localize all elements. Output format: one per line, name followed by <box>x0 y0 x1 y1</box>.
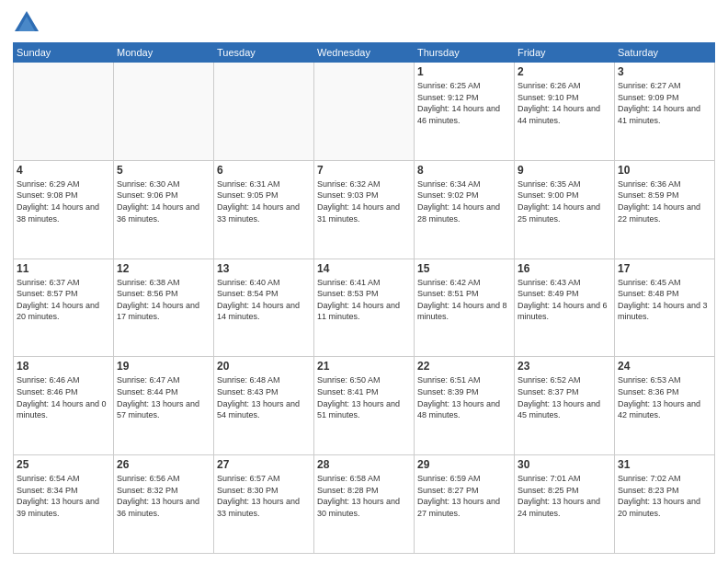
day-info: Sunrise: 6:34 AM Sunset: 9:02 PM Dayligh… <box>417 178 511 224</box>
day-info: Sunrise: 6:35 AM Sunset: 9:00 PM Dayligh… <box>518 178 611 224</box>
calendar-day-cell <box>14 63 114 161</box>
calendar-day-cell: 23Sunrise: 6:52 AM Sunset: 8:37 PM Dayli… <box>515 357 615 455</box>
calendar-day-cell: 20Sunrise: 6:48 AM Sunset: 8:43 PM Dayli… <box>214 357 314 455</box>
day-number: 30 <box>518 458 611 471</box>
calendar-day-cell: 7Sunrise: 6:32 AM Sunset: 9:03 PM Daylig… <box>314 160 415 259</box>
calendar-week-row: 25Sunrise: 6:54 AM Sunset: 8:34 PM Dayli… <box>14 455 715 554</box>
day-number: 26 <box>117 458 210 471</box>
calendar-day-cell: 2Sunrise: 6:26 AM Sunset: 9:10 PM Daylig… <box>515 63 615 161</box>
calendar-header-row: SundayMondayTuesdayWednesdayThursdayFrid… <box>14 43 715 63</box>
day-number: 27 <box>217 458 311 471</box>
day-number: 11 <box>17 262 110 275</box>
day-number: 18 <box>17 360 110 373</box>
calendar-header-monday: Monday <box>114 43 214 63</box>
calendar-day-cell: 13Sunrise: 6:40 AM Sunset: 8:54 PM Dayli… <box>214 259 314 357</box>
day-info: Sunrise: 6:27 AM Sunset: 9:09 PM Dayligh… <box>618 80 711 126</box>
calendar-day-cell <box>314 63 415 161</box>
day-info: Sunrise: 6:47 AM Sunset: 8:44 PM Dayligh… <box>117 374 210 420</box>
calendar-day-cell: 5Sunrise: 6:30 AM Sunset: 9:06 PM Daylig… <box>114 160 214 259</box>
calendar-day-cell: 15Sunrise: 6:42 AM Sunset: 8:51 PM Dayli… <box>415 259 515 357</box>
day-info: Sunrise: 6:46 AM Sunset: 8:46 PM Dayligh… <box>17 374 110 420</box>
calendar-day-cell: 16Sunrise: 6:43 AM Sunset: 8:49 PM Dayli… <box>515 259 615 357</box>
calendar-day-cell: 22Sunrise: 6:51 AM Sunset: 8:39 PM Dayli… <box>415 357 515 455</box>
calendar-day-cell: 29Sunrise: 6:59 AM Sunset: 8:27 PM Dayli… <box>415 455 515 554</box>
calendar-day-cell: 18Sunrise: 6:46 AM Sunset: 8:46 PM Dayli… <box>14 357 114 455</box>
day-info: Sunrise: 6:40 AM Sunset: 8:54 PM Dayligh… <box>217 277 311 323</box>
calendar-day-cell: 31Sunrise: 7:02 AM Sunset: 8:23 PM Dayli… <box>615 455 715 554</box>
calendar-day-cell: 28Sunrise: 6:58 AM Sunset: 8:28 PM Dayli… <box>314 455 415 554</box>
day-info: Sunrise: 6:48 AM Sunset: 8:43 PM Dayligh… <box>217 374 311 420</box>
day-info: Sunrise: 6:54 AM Sunset: 8:34 PM Dayligh… <box>17 473 110 519</box>
day-number: 15 <box>417 262 511 275</box>
calendar-day-cell: 12Sunrise: 6:38 AM Sunset: 8:56 PM Dayli… <box>114 259 214 357</box>
day-number: 10 <box>618 164 711 177</box>
day-number: 25 <box>17 458 110 471</box>
calendar-day-cell: 24Sunrise: 6:53 AM Sunset: 8:36 PM Dayli… <box>615 357 715 455</box>
calendar: SundayMondayTuesdayWednesdayThursdayFrid… <box>13 42 715 554</box>
calendar-day-cell: 6Sunrise: 6:31 AM Sunset: 9:05 PM Daylig… <box>214 160 314 259</box>
calendar-week-row: 4Sunrise: 6:29 AM Sunset: 9:08 PM Daylig… <box>14 160 715 259</box>
day-info: Sunrise: 6:29 AM Sunset: 9:08 PM Dayligh… <box>17 178 110 224</box>
calendar-header-sunday: Sunday <box>14 43 114 63</box>
day-info: Sunrise: 6:38 AM Sunset: 8:56 PM Dayligh… <box>117 277 210 323</box>
day-number: 2 <box>518 65 611 78</box>
day-number: 31 <box>618 458 711 471</box>
day-number: 20 <box>217 360 311 373</box>
day-number: 13 <box>217 262 311 275</box>
day-info: Sunrise: 6:32 AM Sunset: 9:03 PM Dayligh… <box>317 178 411 224</box>
calendar-day-cell: 25Sunrise: 6:54 AM Sunset: 8:34 PM Dayli… <box>14 455 114 554</box>
day-info: Sunrise: 6:31 AM Sunset: 9:05 PM Dayligh… <box>217 178 311 224</box>
calendar-day-cell: 9Sunrise: 6:35 AM Sunset: 9:00 PM Daylig… <box>515 160 615 259</box>
calendar-day-cell: 26Sunrise: 6:56 AM Sunset: 8:32 PM Dayli… <box>114 455 214 554</box>
day-info: Sunrise: 6:59 AM Sunset: 8:27 PM Dayligh… <box>417 473 511 519</box>
day-info: Sunrise: 6:57 AM Sunset: 8:30 PM Dayligh… <box>217 473 311 519</box>
day-number: 19 <box>117 360 210 373</box>
day-number: 17 <box>618 262 711 275</box>
day-number: 29 <box>417 458 511 471</box>
calendar-day-cell <box>214 63 314 161</box>
day-number: 21 <box>317 360 411 373</box>
calendar-day-cell: 19Sunrise: 6:47 AM Sunset: 8:44 PM Dayli… <box>114 357 214 455</box>
day-info: Sunrise: 6:36 AM Sunset: 8:59 PM Dayligh… <box>618 178 711 224</box>
day-info: Sunrise: 6:56 AM Sunset: 8:32 PM Dayligh… <box>117 473 210 519</box>
header <box>13 9 715 37</box>
calendar-day-cell: 11Sunrise: 6:37 AM Sunset: 8:57 PM Dayli… <box>14 259 114 357</box>
calendar-week-row: 11Sunrise: 6:37 AM Sunset: 8:57 PM Dayli… <box>14 259 715 357</box>
calendar-week-row: 1Sunrise: 6:25 AM Sunset: 9:12 PM Daylig… <box>14 63 715 161</box>
day-info: Sunrise: 6:53 AM Sunset: 8:36 PM Dayligh… <box>618 374 711 420</box>
day-number: 5 <box>117 164 210 177</box>
day-number: 3 <box>618 65 711 78</box>
day-info: Sunrise: 6:25 AM Sunset: 9:12 PM Dayligh… <box>417 80 511 126</box>
page: SundayMondayTuesdayWednesdayThursdayFrid… <box>0 0 728 563</box>
day-info: Sunrise: 6:41 AM Sunset: 8:53 PM Dayligh… <box>317 277 411 323</box>
day-info: Sunrise: 6:51 AM Sunset: 8:39 PM Dayligh… <box>417 374 511 420</box>
calendar-header-saturday: Saturday <box>615 43 715 63</box>
logo-icon <box>13 9 40 37</box>
calendar-day-cell: 3Sunrise: 6:27 AM Sunset: 9:09 PM Daylig… <box>615 63 715 161</box>
day-number: 22 <box>417 360 511 373</box>
calendar-week-row: 18Sunrise: 6:46 AM Sunset: 8:46 PM Dayli… <box>14 357 715 455</box>
day-info: Sunrise: 7:02 AM Sunset: 8:23 PM Dayligh… <box>618 473 711 519</box>
day-number: 1 <box>417 65 511 78</box>
calendar-day-cell: 8Sunrise: 6:34 AM Sunset: 9:02 PM Daylig… <box>415 160 515 259</box>
calendar-header-wednesday: Wednesday <box>314 43 415 63</box>
day-info: Sunrise: 6:58 AM Sunset: 8:28 PM Dayligh… <box>317 473 411 519</box>
day-number: 7 <box>317 164 411 177</box>
day-number: 9 <box>518 164 611 177</box>
logo <box>13 9 44 37</box>
day-number: 12 <box>117 262 210 275</box>
calendar-day-cell: 1Sunrise: 6:25 AM Sunset: 9:12 PM Daylig… <box>415 63 515 161</box>
calendar-header-friday: Friday <box>515 43 615 63</box>
day-number: 8 <box>417 164 511 177</box>
day-info: Sunrise: 6:26 AM Sunset: 9:10 PM Dayligh… <box>518 80 611 126</box>
day-number: 4 <box>17 164 110 177</box>
calendar-header-thursday: Thursday <box>415 43 515 63</box>
day-number: 6 <box>217 164 311 177</box>
day-info: Sunrise: 6:45 AM Sunset: 8:48 PM Dayligh… <box>618 277 711 323</box>
day-number: 14 <box>317 262 411 275</box>
calendar-day-cell: 4Sunrise: 6:29 AM Sunset: 9:08 PM Daylig… <box>14 160 114 259</box>
day-info: Sunrise: 6:43 AM Sunset: 8:49 PM Dayligh… <box>518 277 611 323</box>
day-number: 16 <box>518 262 611 275</box>
calendar-header-tuesday: Tuesday <box>214 43 314 63</box>
day-info: Sunrise: 6:42 AM Sunset: 8:51 PM Dayligh… <box>417 277 511 323</box>
